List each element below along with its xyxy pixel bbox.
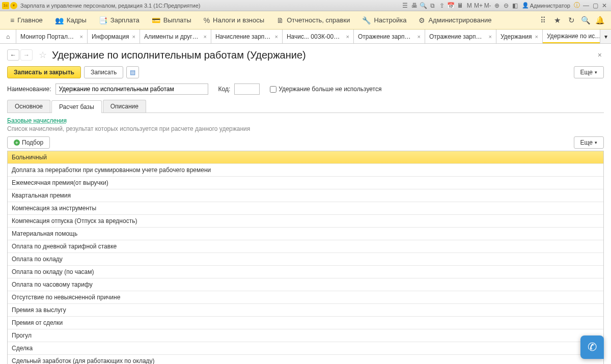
minimize-icon[interactable]: — (581, 2, 591, 9)
document-tab[interactable]: Удержание по испо...× (543, 30, 600, 43)
tab-description[interactable]: Описание (103, 100, 146, 113)
list-item[interactable]: Оплата по часовому тарифу (8, 278, 603, 291)
list-item[interactable]: Квартальная премия (8, 189, 603, 202)
list-item[interactable]: Премия от сделки (8, 317, 603, 329)
tab-close-icon[interactable]: × (80, 34, 83, 40)
history-icon[interactable]: ↻ (564, 16, 578, 25)
not-used-input[interactable] (270, 86, 276, 93)
list-item[interactable]: Оплата по окладу (8, 253, 603, 266)
document-tab[interactable]: Алименты и другие...× (140, 30, 211, 43)
mainnav-item[interactable]: 👥Кадры (49, 11, 93, 29)
save-and-close-button[interactable]: Записать и закрыть (7, 66, 81, 78)
list-item[interactable]: Компенсация за инструменты (8, 202, 603, 215)
panels-icon[interactable]: ◧ (511, 2, 520, 9)
mainnav-item[interactable]: 📑Зарплата (93, 11, 146, 29)
favorite-icon[interactable]: ★ (550, 16, 564, 25)
list-item[interactable]: Оплата по окладу (по часам) (8, 266, 603, 278)
nav-label: Настройка (374, 16, 406, 24)
tab-label: Монитор Портала 1... (20, 33, 77, 40)
document-tab[interactable]: Удержания× (496, 30, 543, 43)
maximize-icon[interactable]: ▢ (591, 2, 600, 9)
nav-forward-button[interactable]: → (20, 49, 33, 61)
document-tab[interactable]: Отражение зарпла...× (354, 30, 425, 43)
m-plus-label[interactable]: M+ (474, 2, 483, 9)
favorite-star-icon[interactable]: ☆ (39, 49, 47, 61)
mainnav-item[interactable]: 💳Выплаты (146, 11, 198, 29)
more-button[interactable]: Еще ▾ (574, 66, 604, 78)
document-tab[interactable]: Отражение зарпла...× (425, 30, 496, 43)
calendar-icon[interactable]: 📅 (447, 2, 456, 9)
export-icon[interactable]: ⇪ (437, 2, 447, 9)
base-accruals-link[interactable]: Базовые начисления (7, 117, 604, 124)
mainnav-item[interactable]: %Налоги и взносы (198, 11, 271, 29)
zoom-out-icon[interactable]: ⊖ (502, 2, 511, 9)
form-header-row: Наименование: Код: Удержание больше не и… (0, 83, 611, 100)
tab-close-icon[interactable]: × (274, 34, 277, 40)
nav-back-button[interactable]: ← (7, 49, 19, 61)
pick-button[interactable]: +Подбор (7, 136, 50, 149)
tab-calc-base[interactable]: Расчет базы (51, 100, 102, 113)
tab-close-icon[interactable]: × (488, 34, 491, 40)
document-tab[interactable]: Информация× (88, 30, 140, 43)
apps-icon[interactable]: ⠿ (536, 16, 550, 25)
title-dropdown-icon[interactable]: ▼ (10, 2, 17, 9)
list-item[interactable]: Материальная помощь (8, 228, 603, 240)
list-more-button[interactable]: Еще ▾ (574, 136, 604, 149)
home-tab[interactable]: ⌂ (0, 30, 16, 43)
bell-icon[interactable]: 🔔 (593, 16, 607, 25)
main-nav: ≡Главное👥Кадры📑Зарплата💳Выплаты%Налоги и… (0, 11, 611, 30)
list-item[interactable]: Оплата по дневной тарифной ставке (8, 240, 603, 253)
compare-icon[interactable]: ⧉ (428, 2, 437, 9)
phone-icon: ✆ (588, 341, 597, 354)
m-label[interactable]: M (465, 2, 474, 9)
list-item[interactable]: Доплата за переработки при суммированном… (8, 164, 603, 177)
mainnav-item[interactable]: ⚙Администрирование (412, 11, 497, 29)
zoom-in-icon[interactable]: ⊕ (492, 2, 502, 9)
tab-label: Отражение зарпла... (358, 33, 414, 40)
mainnav-item[interactable]: ≡Главное (4, 11, 49, 29)
nav-label: Администрирование (428, 16, 491, 24)
list-item[interactable]: Отсутствие по невыясненной причине (8, 291, 603, 304)
close-icon[interactable]: ✕ (600, 2, 609, 9)
save-button[interactable]: Записать (84, 66, 123, 78)
tab-close-icon[interactable]: × (346, 34, 349, 40)
call-fab[interactable]: ✆ (580, 335, 604, 359)
base-hint: Список начислений, результат которых исп… (7, 125, 604, 132)
m-minus-label[interactable]: M- (483, 2, 492, 9)
name-field[interactable] (55, 83, 208, 95)
tab-close-icon[interactable]: × (535, 34, 538, 40)
document-tab[interactable]: Начисление зарпла...× (211, 30, 283, 43)
list-item[interactable]: Больничный (8, 151, 603, 164)
tab-close-icon[interactable]: × (132, 34, 135, 40)
plus-icon: + (14, 139, 20, 146)
list-item[interactable]: Сделка (8, 342, 603, 355)
user-name: Администратор (530, 3, 570, 9)
list-item[interactable]: Компенсация отпуска (Отпуск за вредность… (8, 215, 603, 228)
search-icon[interactable]: 🔍 (578, 16, 593, 25)
preview-icon[interactable]: 🔍 (419, 2, 428, 9)
calculator-icon[interactable]: 🖩 (456, 2, 465, 9)
user-chip[interactable]: 👤Администратор (522, 2, 570, 9)
print-icon[interactable]: 🖶 (410, 2, 419, 9)
report-button[interactable]: ▤ (126, 66, 139, 78)
nav-icon: % (204, 16, 210, 24)
document-tab[interactable]: Монитор Портала 1...× (16, 30, 88, 43)
document-tab[interactable]: Начис... 00ЗК-000018× (283, 30, 354, 43)
list-item[interactable]: Прогул (8, 329, 603, 342)
page-close-icon[interactable]: × (596, 49, 604, 61)
tabs-dropdown-icon[interactable]: ▾ (600, 30, 611, 43)
code-field[interactable] (234, 83, 260, 95)
toolbar-icon[interactable]: ☰ (401, 2, 410, 9)
list-item[interactable]: Премия за выслугу (8, 304, 603, 317)
list-item[interactable]: Сдельный заработок (для работающих по ок… (8, 355, 603, 364)
tab-main[interactable]: Основное (7, 100, 50, 113)
info-icon[interactable]: ⓘ (572, 1, 581, 10)
tab-close-icon[interactable]: × (203, 34, 206, 40)
not-used-checkbox[interactable]: Удержание больше не используется (270, 86, 381, 93)
list-item[interactable]: Ежемесячная премия(от выручки) (8, 177, 603, 189)
not-used-label: Удержание больше не используется (279, 86, 381, 93)
mainnav-item[interactable]: 🔧Настройка (356, 11, 412, 29)
tab-close-icon[interactable]: × (417, 34, 420, 40)
tab-label: Алименты и другие... (144, 33, 201, 40)
mainnav-item[interactable]: 🗎Отчетность, справки (270, 11, 356, 29)
